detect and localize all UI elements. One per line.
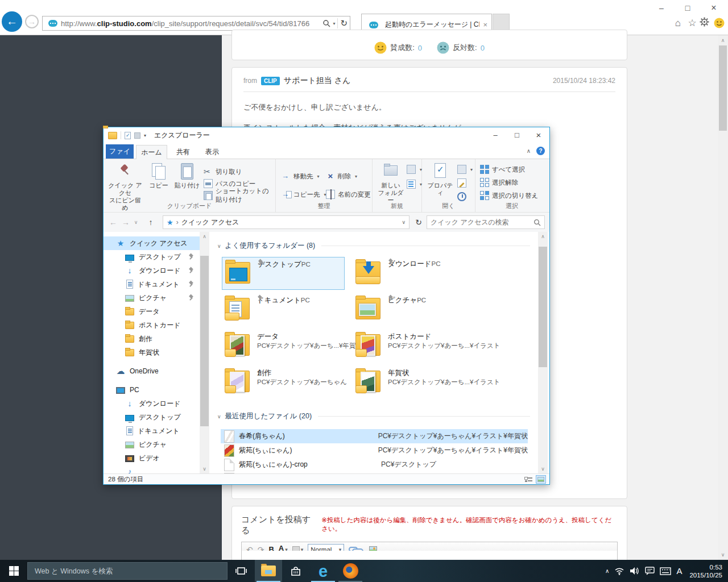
sidebar-item-documents[interactable]: ドキュメント [104, 277, 200, 291]
settings-gear-icon[interactable] [700, 17, 712, 30]
sidebar-item-pc[interactable]: PC [104, 383, 200, 397]
edit-button[interactable] [457, 177, 466, 189]
window-close-button[interactable]: × [704, 1, 723, 15]
scroll-down-icon[interactable]: ∨ [538, 466, 548, 472]
folder-tile-data[interactable]: データPC¥デスクトップ¥あーち...¥年賀状 [222, 330, 345, 363]
move-to-button[interactable]: 移動先▾ [282, 171, 320, 182]
nav-up-icon[interactable]: ↑ [144, 218, 157, 227]
nav-forward-icon[interactable]: → [119, 218, 132, 227]
folder-tile-documents[interactable]: ドキュメントPC [222, 293, 345, 326]
delete-button[interactable]: ×削除▾ [326, 171, 357, 182]
sidebar-item-pc-downloads[interactable]: ↓ダウンロード [104, 397, 200, 410]
nav-back-icon[interactable]: ← [107, 218, 119, 227]
nav-history-caret-icon[interactable]: ∨ [132, 219, 140, 225]
sidebar-item-pc-documents[interactable]: ドキュメント [104, 424, 200, 438]
recent-file-row[interactable]: 春希(肩ちゃん) PC¥デスクトップ¥あーちゃん¥イラスト¥年賀状 [221, 429, 528, 443]
sidebar-item-pictures[interactable]: ピクチャ [104, 291, 200, 305]
collapse-caret-icon[interactable]: ∨ [217, 414, 221, 419]
select-none-button[interactable]: 選択解除 [480, 177, 518, 188]
explorer-search-input[interactable] [431, 218, 533, 226]
paste-shortcut-button[interactable]: ショートカットの貼り付け [204, 190, 275, 201]
taskbar-store-button[interactable] [282, 560, 309, 582]
agree-vote[interactable]: 賛成数:0 [374, 41, 422, 54]
section-frequent-folders[interactable]: ∨ よく使用するフォルダー (8) [217, 241, 530, 251]
disagree-vote[interactable]: 反対数:0 [437, 41, 485, 54]
home-icon[interactable]: ⌂ [672, 17, 684, 30]
tab-home[interactable]: ホーム [136, 145, 167, 159]
explorer-close-button[interactable]: × [529, 127, 548, 143]
help-icon[interactable]: ? [536, 147, 545, 155]
ime-indicator[interactable]: A [676, 566, 682, 576]
scrollbar-thumb[interactable] [719, 45, 727, 131]
scroll-up-icon[interactable]: ∧ [200, 232, 209, 239]
tab-close-icon[interactable]: × [483, 20, 487, 29]
new-folder-button[interactable]: 新しい フォルダー [376, 162, 406, 204]
scroll-down-icon[interactable]: ∨ [718, 552, 728, 558]
select-all-button[interactable]: すべて選択 [480, 164, 525, 175]
section-recent-files[interactable]: ∨ 最近使用したファイル (20) [217, 411, 530, 421]
explorer-window[interactable]: ▾ エクスプローラー – □ × ファイル ホーム 共有 表示 ∧ ? クイック… [103, 127, 550, 485]
breadcrumb-dropdown-icon[interactable]: ∨ [402, 219, 406, 225]
paste-button[interactable]: 貼り付け [173, 162, 201, 189]
recent-file-row[interactable]: 紫苑(ちぃにゃん) PC¥デスクトップ¥あーちゃん¥イラスト¥年賀状 [221, 443, 528, 458]
window-minimize-button[interactable]: – [652, 1, 671, 15]
folder-tile-sousaku[interactable]: 創作PC¥デスクトップ¥あーちゃん [222, 366, 345, 399]
scroll-up-icon[interactable]: ∧ [718, 35, 728, 43]
taskbar-firefox-button[interactable] [337, 560, 364, 582]
sidebar-item-data[interactable]: データ [104, 305, 200, 318]
tab-share[interactable]: 共有 [170, 145, 196, 159]
qat-customize-icon[interactable]: ▾ [144, 133, 146, 138]
start-button[interactable] [0, 560, 27, 582]
scrollbar-thumb[interactable] [200, 256, 209, 426]
taskbar-explorer-button[interactable] [255, 560, 282, 582]
new-item-button[interactable]: ▾ [407, 164, 422, 175]
properties-button[interactable]: プロパティ [425, 162, 455, 197]
explorer-search-box[interactable] [427, 215, 545, 229]
feedback-smiley-icon[interactable] [714, 18, 725, 28]
search-icon[interactable] [533, 219, 541, 226]
sidebar-item-pc-videos[interactable]: ビデオ [104, 451, 200, 465]
url-text[interactable]: http://www.clip-studio.com/clip_site/sup… [61, 19, 322, 28]
cut-button[interactable]: ✂切り取り [204, 166, 242, 177]
window-restore-button[interactable]: □ [678, 1, 697, 15]
collapse-ribbon-icon[interactable]: ∧ [527, 148, 531, 154]
sidebar-item-onedrive[interactable]: ☁OneDrive [104, 364, 200, 378]
folder-tile-pictures[interactable]: ピクチャPC [353, 293, 475, 326]
scroll-up-icon[interactable]: ∧ [538, 232, 548, 239]
qat-properties-icon[interactable] [125, 132, 131, 139]
sidebar-item-quick-access[interactable]: ★クイック アクセス [104, 236, 200, 250]
volume-icon[interactable] [630, 567, 640, 575]
easy-access-button[interactable]: ▾ [407, 178, 422, 190]
history-button[interactable] [457, 191, 466, 202]
invert-selection-button[interactable]: 選択の切り替え [480, 190, 538, 201]
action-center-icon[interactable] [645, 567, 655, 575]
browser-forward-button[interactable]: → [25, 15, 39, 28]
folder-tile-downloads[interactable]: ダウンロードPC [353, 257, 475, 290]
taskbar-ie-button[interactable]: e [309, 560, 337, 582]
details-view-button[interactable] [523, 475, 533, 484]
taskbar-search-input[interactable] [35, 567, 220, 575]
copy-button[interactable]: コピー [146, 162, 172, 189]
touch-keyboard-icon[interactable] [660, 567, 671, 575]
search-icon[interactable] [322, 19, 330, 27]
tray-expand-icon[interactable]: ∧ [605, 568, 609, 574]
sidebar-item-downloads[interactable]: ↓ダウンロード [104, 264, 200, 277]
sidebar-item-desktop[interactable]: デスクトップ [104, 250, 200, 264]
scroll-down-icon[interactable]: ∨ [200, 466, 209, 472]
refresh-icon[interactable]: ↻ [413, 215, 424, 229]
collapse-caret-icon[interactable]: ∨ [217, 243, 221, 249]
taskbar-search-box[interactable] [27, 562, 228, 580]
explorer-titlebar[interactable]: ▾ エクスプローラー – □ × [104, 127, 549, 143]
tab-file[interactable]: ファイル [106, 144, 134, 159]
sidebar-item-sousaku[interactable]: 創作 [104, 332, 200, 346]
breadcrumb-location[interactable]: クイック アクセス [181, 218, 239, 227]
sidebar-item-pc-pictures[interactable]: ピクチャ [104, 438, 200, 451]
tab-view[interactable]: 表示 [199, 145, 225, 159]
refresh-icon[interactable]: ↻ [340, 18, 348, 28]
scrollbar-thumb[interactable] [539, 247, 547, 367]
explorer-minimize-button[interactable]: – [486, 127, 505, 143]
copy-to-button[interactable]: コピー先▾ [282, 189, 326, 200]
favorites-star-icon[interactable]: ☆ [686, 17, 698, 30]
page-scrollbar[interactable]: ∧ ∨ [718, 35, 728, 560]
task-view-button[interactable] [228, 560, 255, 582]
